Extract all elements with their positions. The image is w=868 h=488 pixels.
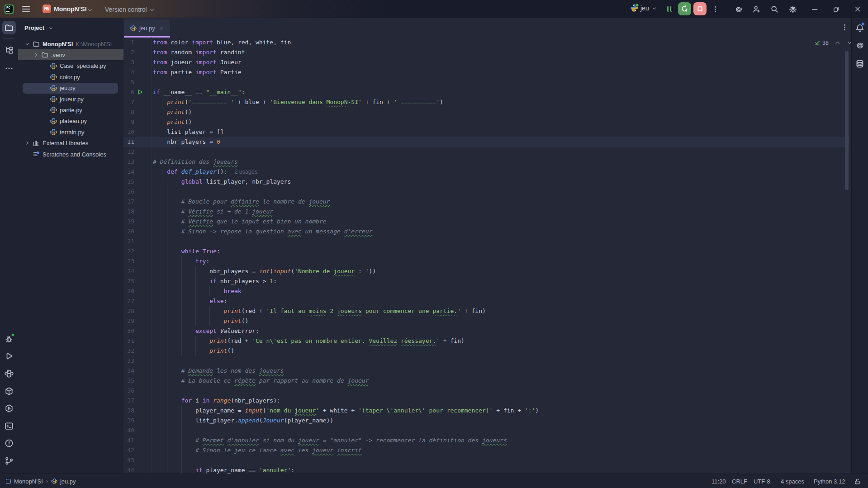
tree-item-label: color.py (60, 74, 80, 81)
pycharm-logo-icon[interactable]: PC (5, 5, 14, 14)
tool-window-button-notifications[interactable] (853, 21, 867, 35)
breadcrumb-monopn-si[interactable]: MonopN'SI (14, 478, 43, 485)
code-text-part: : (224, 298, 228, 304)
status-4-spaces[interactable]: 4 spaces (781, 474, 804, 488)
tab-options-icon[interactable] (841, 24, 849, 31)
tool-window-button-database[interactable] (853, 57, 867, 71)
tree-item-partie-py[interactable]: partie.py (18, 104, 123, 115)
rerun-button[interactable] (678, 2, 691, 15)
stop-button[interactable] (693, 2, 707, 15)
previous-problem-icon[interactable] (835, 40, 840, 46)
tool-window-button-run[interactable] (2, 350, 16, 363)
editor-scrollbar[interactable] (845, 51, 849, 190)
tree-item-plateau-py[interactable]: plateau.py (18, 116, 123, 127)
tree-item-monopn-si[interactable]: MonopN'SIK:\MonopN'SI (18, 38, 123, 49)
module-icon (6, 479, 11, 484)
tool-window-button-more-tools[interactable] (2, 62, 16, 75)
code-text-part: : (206, 258, 209, 265)
tree-item-jeu-py[interactable]: jeu.py (18, 83, 123, 94)
python-logo-icon (630, 4, 639, 12)
code-text: print() (153, 346, 234, 356)
chevron-right-icon[interactable] (33, 52, 39, 58)
code-line-27: 27 else: (123, 296, 851, 306)
code-text-part (153, 109, 167, 115)
tool-window-button-python-packages[interactable] (2, 384, 16, 398)
code-text-part (153, 288, 224, 294)
code-text-part: list_player = [] (153, 128, 224, 135)
tree-item--venv[interactable]: .venv (18, 49, 123, 60)
run-icon-part (5, 352, 14, 361)
code-text-part: ValueError (220, 327, 256, 334)
run-configuration[interactable]: jeu (630, 4, 657, 12)
version-control-menu[interactable]: Version control (105, 6, 147, 13)
code-editor[interactable]: 1from color import blue, red, white, fin… (123, 37, 851, 474)
run-line-icon[interactable] (138, 89, 143, 95)
code-text-part: ' (316, 407, 319, 414)
tab-jeu-py[interactable]: jeu.py (124, 19, 170, 37)
code-text-part: ' (436, 337, 440, 344)
tool-window-button-structure[interactable] (2, 43, 16, 57)
rerun-button-part (681, 5, 688, 13)
tool-window-button-ai-assistant[interactable] (853, 38, 867, 52)
library-icon-part (33, 140, 40, 147)
tree-item-scratches-and-consoles[interactable]: Scratches and Consoles (18, 149, 123, 160)
code-text-part (153, 467, 195, 474)
code-with-me-icon[interactable] (752, 5, 760, 13)
code-text-part: __name__ == (160, 89, 206, 95)
settings-gear-icon[interactable] (789, 5, 797, 13)
code-text-part (153, 168, 167, 175)
project-panel-header[interactable]: Project (24, 22, 54, 33)
tree-item-label: External Libraries (43, 140, 88, 147)
tree-item-case-speciale-py[interactable]: Case_speciale.py (18, 61, 123, 71)
inspections-widget[interactable]: 38 (814, 39, 853, 46)
tree-item-scratches-and-consoles-part: Scratches and Consoles (18, 151, 123, 158)
project-name-button[interactable]: MonopN'SI (54, 5, 87, 13)
tree-item-external-libraries[interactable]: External Libraries (18, 138, 123, 149)
code-text-part: def (167, 168, 177, 175)
status-11-20[interactable]: 11:20 (711, 474, 726, 488)
code-text-part: from (153, 59, 167, 66)
tool-window-button-terminal[interactable] (2, 419, 16, 433)
tree-item-joueur-py[interactable]: joueur.py (18, 94, 123, 104)
status-python-3-12[interactable]: Python 3.12 (814, 474, 845, 488)
chevron-right-icon[interactable] (24, 140, 30, 146)
code-line-15: 15 global list_player, nbr_players (123, 177, 851, 187)
window-minimize-button[interactable] (811, 5, 819, 13)
code-text-part: import (195, 69, 217, 76)
tool-window-button-services[interactable] (2, 402, 16, 415)
indent-guide (167, 187, 167, 197)
tree-item-terrain-py[interactable]: terrain.py (18, 127, 123, 137)
tool-window-button-python-console[interactable] (2, 367, 16, 380)
code-text: # Sinon le jeu ce lance avec les joueur … (153, 445, 362, 455)
code-text-part: print (224, 308, 242, 314)
tool-window-button-problems[interactable] (2, 436, 16, 450)
code-text-part: + white + (319, 407, 358, 414)
project-badge[interactable]: MN (43, 5, 51, 13)
code-text-part (199, 248, 203, 255)
chevron-down-icon[interactable] (24, 41, 30, 47)
pycharm-logo-icon-part: PC (6, 6, 10, 9)
breadcrumb-jeu-py[interactable]: jeu.py (60, 478, 76, 485)
more-actions-icon[interactable] (711, 5, 719, 13)
window-maximize-button[interactable] (832, 5, 840, 13)
code-text: nbr_players = int(input('Nombre de joueu… (153, 266, 376, 276)
code-text-part (153, 248, 181, 255)
tool-window-button-project-folder[interactable] (2, 21, 16, 34)
tool-window-button-debug[interactable] (2, 332, 16, 346)
python-file-icon (50, 95, 57, 103)
main-menu-icon[interactable] (22, 6, 30, 12)
window-close-button[interactable] (854, 5, 862, 13)
ai-assistant-icon[interactable] (735, 5, 743, 13)
code-text-part: nbr_players = (153, 138, 217, 145)
status-crlf[interactable]: CRLF (732, 474, 747, 488)
code-text-part: partie (167, 69, 195, 76)
pause-program-icon[interactable] (667, 6, 672, 12)
usages-inlay-hint[interactable]: 2 usages (234, 169, 257, 175)
lock-widget[interactable] (854, 474, 861, 488)
search-everywhere-icon[interactable] (770, 5, 778, 13)
status-utf-8[interactable]: UTF-8 (754, 474, 770, 488)
tree-item-color-py[interactable]: color.py (18, 71, 123, 82)
tool-window-button-version-control[interactable] (2, 454, 16, 468)
chevron-right-icon-part (33, 52, 39, 58)
close-tab-icon[interactable] (159, 26, 165, 31)
